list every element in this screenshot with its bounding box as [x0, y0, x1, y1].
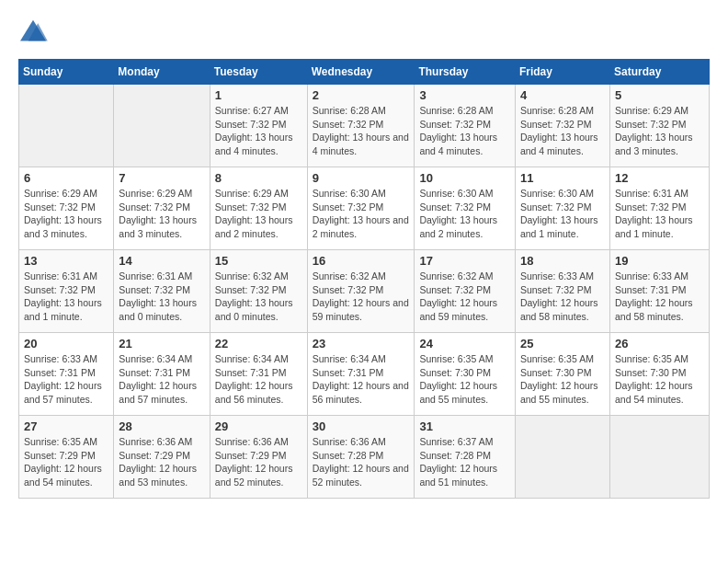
calendar-cell: 9Sunrise: 6:30 AM Sunset: 7:32 PM Daylig…	[307, 167, 415, 250]
day-number: 31	[419, 419, 510, 433]
day-info: Sunrise: 6:33 AM Sunset: 7:31 PM Dayligh…	[615, 270, 704, 324]
calendar-week-1: 1Sunrise: 6:27 AM Sunset: 7:32 PM Daylig…	[19, 85, 710, 167]
day-info: Sunrise: 6:29 AM Sunset: 7:32 PM Dayligh…	[119, 187, 204, 241]
day-number: 8	[215, 171, 302, 185]
day-number: 4	[520, 88, 605, 102]
calendar-cell: 29Sunrise: 6:36 AM Sunset: 7:29 PM Dayli…	[210, 416, 307, 499]
page-header	[18, 18, 710, 44]
day-number: 15	[215, 254, 302, 268]
calendar-cell: 15Sunrise: 6:32 AM Sunset: 7:32 PM Dayli…	[210, 250, 307, 333]
day-info: Sunrise: 6:33 AM Sunset: 7:31 PM Dayligh…	[24, 352, 108, 407]
day-info: Sunrise: 6:27 AM Sunset: 7:32 PM Dayligh…	[215, 104, 302, 158]
day-number: 13	[24, 254, 108, 268]
calendar-cell: 6Sunrise: 6:29 AM Sunset: 7:32 PM Daylig…	[19, 167, 114, 250]
calendar-cell: 14Sunrise: 6:31 AM Sunset: 7:32 PM Dayli…	[114, 250, 210, 333]
calendar-cell: 4Sunrise: 6:28 AM Sunset: 7:32 PM Daylig…	[515, 85, 609, 167]
calendar-cell: 26Sunrise: 6:35 AM Sunset: 7:30 PM Dayli…	[609, 333, 709, 416]
day-number: 2	[313, 88, 410, 102]
day-number: 23	[313, 337, 410, 350]
day-info: Sunrise: 6:37 AM Sunset: 7:28 PM Dayligh…	[419, 435, 510, 489]
day-number: 26	[615, 337, 704, 350]
day-info: Sunrise: 6:33 AM Sunset: 7:32 PM Dayligh…	[520, 270, 605, 324]
calendar-table: SundayMondayTuesdayWednesdayThursdayFrid…	[18, 59, 710, 499]
calendar-header: SundayMondayTuesdayWednesdayThursdayFrid…	[19, 60, 710, 85]
calendar-cell: 17Sunrise: 6:32 AM Sunset: 7:32 PM Dayli…	[415, 250, 516, 333]
day-number: 28	[119, 419, 204, 433]
calendar-cell: 21Sunrise: 6:34 AM Sunset: 7:31 PM Dayli…	[114, 333, 210, 416]
calendar-cell: 8Sunrise: 6:29 AM Sunset: 7:32 PM Daylig…	[210, 167, 307, 250]
calendar-cell: 11Sunrise: 6:30 AM Sunset: 7:32 PM Dayli…	[515, 167, 609, 250]
day-number: 24	[419, 337, 510, 350]
day-number: 5	[615, 88, 704, 102]
day-info: Sunrise: 6:34 AM Sunset: 7:31 PM Dayligh…	[119, 352, 204, 407]
day-number: 9	[313, 171, 410, 185]
day-info: Sunrise: 6:36 AM Sunset: 7:29 PM Dayligh…	[215, 435, 302, 489]
calendar-cell: 19Sunrise: 6:33 AM Sunset: 7:31 PM Dayli…	[609, 250, 709, 333]
day-number: 6	[24, 171, 108, 185]
day-number: 19	[615, 254, 704, 268]
day-number: 25	[520, 337, 605, 350]
weekday-header-wednesday: Wednesday	[307, 60, 415, 85]
day-info: Sunrise: 6:28 AM Sunset: 7:32 PM Dayligh…	[313, 104, 410, 158]
day-number: 11	[520, 171, 605, 185]
calendar-cell: 12Sunrise: 6:31 AM Sunset: 7:32 PM Dayli…	[609, 167, 709, 250]
calendar-cell: 28Sunrise: 6:36 AM Sunset: 7:29 PM Dayli…	[114, 416, 210, 499]
day-number: 14	[119, 254, 204, 268]
day-info: Sunrise: 6:34 AM Sunset: 7:31 PM Dayligh…	[215, 352, 302, 407]
day-info: Sunrise: 6:35 AM Sunset: 7:29 PM Dayligh…	[24, 435, 108, 489]
calendar-cell: 18Sunrise: 6:33 AM Sunset: 7:32 PM Dayli…	[515, 250, 609, 333]
day-number: 16	[313, 254, 410, 268]
day-number: 7	[119, 171, 204, 185]
day-info: Sunrise: 6:32 AM Sunset: 7:32 PM Dayligh…	[313, 270, 410, 324]
day-info: Sunrise: 6:29 AM Sunset: 7:32 PM Dayligh…	[615, 104, 704, 158]
calendar-cell	[19, 85, 114, 167]
day-info: Sunrise: 6:30 AM Sunset: 7:32 PM Dayligh…	[313, 187, 410, 241]
weekday-header-row: SundayMondayTuesdayWednesdayThursdayFrid…	[19, 60, 710, 85]
calendar-cell: 31Sunrise: 6:37 AM Sunset: 7:28 PM Dayli…	[415, 416, 516, 499]
day-number: 22	[215, 337, 302, 350]
calendar-cell: 2Sunrise: 6:28 AM Sunset: 7:32 PM Daylig…	[307, 85, 415, 167]
weekday-header-tuesday: Tuesday	[210, 60, 307, 85]
day-info: Sunrise: 6:36 AM Sunset: 7:29 PM Dayligh…	[119, 435, 204, 489]
weekday-header-saturday: Saturday	[609, 60, 709, 85]
day-number: 30	[313, 419, 410, 433]
calendar-cell: 3Sunrise: 6:28 AM Sunset: 7:32 PM Daylig…	[415, 85, 516, 167]
day-info: Sunrise: 6:29 AM Sunset: 7:32 PM Dayligh…	[215, 187, 302, 241]
day-info: Sunrise: 6:35 AM Sunset: 7:30 PM Dayligh…	[419, 352, 510, 407]
day-number: 17	[419, 254, 510, 268]
weekday-header-monday: Monday	[114, 60, 210, 85]
calendar-cell	[609, 416, 709, 499]
calendar-cell: 13Sunrise: 6:31 AM Sunset: 7:32 PM Dayli…	[19, 250, 114, 333]
day-info: Sunrise: 6:31 AM Sunset: 7:32 PM Dayligh…	[24, 270, 108, 324]
calendar-cell: 16Sunrise: 6:32 AM Sunset: 7:32 PM Dayli…	[307, 250, 415, 333]
day-number: 3	[419, 88, 510, 102]
day-info: Sunrise: 6:32 AM Sunset: 7:32 PM Dayligh…	[215, 270, 302, 324]
calendar-cell: 7Sunrise: 6:29 AM Sunset: 7:32 PM Daylig…	[114, 167, 210, 250]
calendar-cell: 20Sunrise: 6:33 AM Sunset: 7:31 PM Dayli…	[19, 333, 114, 416]
calendar-week-3: 13Sunrise: 6:31 AM Sunset: 7:32 PM Dayli…	[19, 250, 710, 333]
day-number: 1	[215, 88, 302, 102]
weekday-header-sunday: Sunday	[19, 60, 114, 85]
calendar-cell: 27Sunrise: 6:35 AM Sunset: 7:29 PM Dayli…	[19, 416, 114, 499]
calendar-week-4: 20Sunrise: 6:33 AM Sunset: 7:31 PM Dayli…	[19, 333, 710, 416]
calendar-cell	[515, 416, 609, 499]
day-info: Sunrise: 6:30 AM Sunset: 7:32 PM Dayligh…	[520, 187, 605, 241]
weekday-header-thursday: Thursday	[415, 60, 516, 85]
day-number: 21	[119, 337, 204, 350]
calendar-cell: 22Sunrise: 6:34 AM Sunset: 7:31 PM Dayli…	[210, 333, 307, 416]
day-info: Sunrise: 6:31 AM Sunset: 7:32 PM Dayligh…	[119, 270, 204, 324]
day-number: 18	[520, 254, 605, 268]
day-info: Sunrise: 6:28 AM Sunset: 7:32 PM Dayligh…	[419, 104, 510, 158]
day-info: Sunrise: 6:29 AM Sunset: 7:32 PM Dayligh…	[24, 187, 108, 241]
calendar-week-5: 27Sunrise: 6:35 AM Sunset: 7:29 PM Dayli…	[19, 416, 710, 499]
day-number: 29	[215, 419, 302, 433]
calendar-week-2: 6Sunrise: 6:29 AM Sunset: 7:32 PM Daylig…	[19, 167, 710, 250]
day-info: Sunrise: 6:30 AM Sunset: 7:32 PM Dayligh…	[419, 187, 510, 241]
day-info: Sunrise: 6:28 AM Sunset: 7:32 PM Dayligh…	[520, 104, 605, 158]
day-number: 12	[615, 171, 704, 185]
day-info: Sunrise: 6:36 AM Sunset: 7:28 PM Dayligh…	[313, 435, 410, 489]
calendar-cell: 1Sunrise: 6:27 AM Sunset: 7:32 PM Daylig…	[210, 85, 307, 167]
calendar-cell	[114, 85, 210, 167]
day-number: 20	[24, 337, 108, 350]
weekday-header-friday: Friday	[515, 60, 609, 85]
